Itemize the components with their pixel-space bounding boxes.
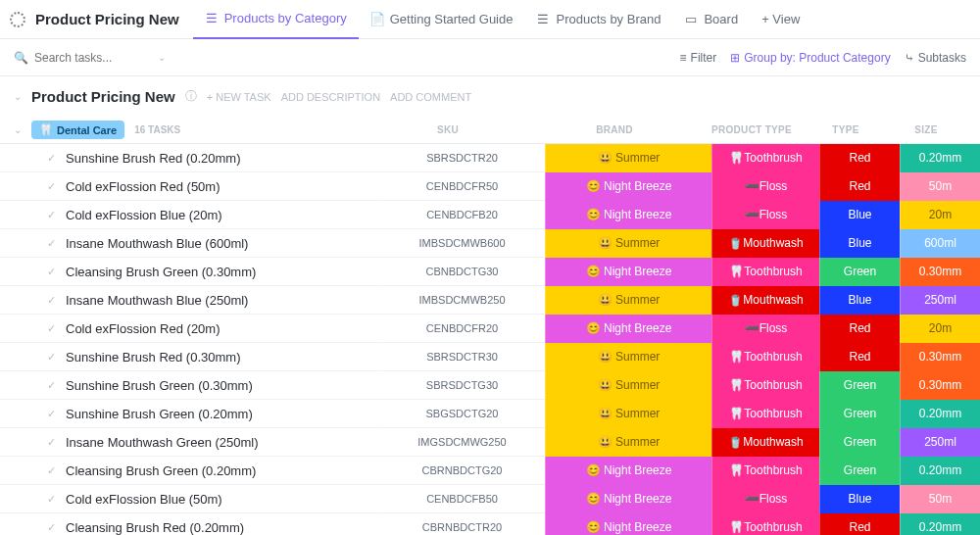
task-name[interactable]: Insane Mouthwash Green (250ml) bbox=[66, 435, 259, 450]
cell-sku[interactable]: CENBDCFR20 bbox=[378, 315, 545, 343]
cell-sku[interactable]: IMGSDCMWG250 bbox=[378, 428, 545, 457]
add-desc-button[interactable]: ADD DESCRIPTION bbox=[281, 91, 380, 103]
collapse-icon[interactable]: ⌄ bbox=[14, 91, 22, 102]
cell-brand[interactable]: 😊 Night Breeze bbox=[545, 258, 711, 286]
check-icon[interactable]: ✓ bbox=[47, 209, 56, 221]
check-icon[interactable]: ✓ bbox=[47, 152, 56, 165]
cell-product-type[interactable]: 🥤Mouthwash bbox=[711, 286, 819, 315]
cell-type[interactable]: Red bbox=[819, 513, 900, 536]
table-row[interactable]: ✓Cold exFlossion Blue (20m)CENBDCFB20😊 N… bbox=[0, 201, 980, 229]
cell-brand[interactable]: 😃 Summer bbox=[545, 144, 711, 172]
task-name[interactable]: Cleansing Brush Green (0.30mm) bbox=[66, 265, 256, 279]
cell-product-type[interactable]: 🦷Toothbrush bbox=[711, 144, 819, 172]
cell-size[interactable]: 0.30mm bbox=[900, 371, 980, 400]
cell-brand[interactable]: 😊 Night Breeze bbox=[545, 201, 711, 229]
group-chip[interactable]: 🦷 Dental Care bbox=[31, 121, 124, 139]
tab-products-by-category[interactable]: ☰Products by Category bbox=[193, 0, 359, 39]
cell-size[interactable]: 20m bbox=[900, 315, 980, 343]
cell-sku[interactable]: CBRNBDCTR20 bbox=[378, 513, 545, 536]
task-name[interactable]: Insane Mouthwash Blue (250ml) bbox=[66, 293, 248, 308]
task-name[interactable]: Sunshine Brush Green (0.30mm) bbox=[66, 378, 253, 393]
cell-product-type[interactable]: 🦷Toothbrush bbox=[711, 371, 819, 400]
check-icon[interactable]: ✓ bbox=[47, 180, 56, 193]
table-row[interactable]: ✓Cold exFlossion Blue (50m)CENBDCFB50😊 N… bbox=[0, 485, 980, 513]
task-name[interactable]: Cleansing Brush Green (0.20mm) bbox=[66, 463, 256, 478]
cell-size[interactable]: 250ml bbox=[900, 286, 980, 315]
cell-type[interactable]: Blue bbox=[819, 485, 900, 513]
cell-brand[interactable]: 😊 Night Breeze bbox=[545, 485, 711, 513]
cell-product-type[interactable]: 🦷Toothbrush bbox=[711, 258, 819, 286]
cell-brand[interactable]: 😃 Summer bbox=[545, 229, 711, 258]
cell-size[interactable]: 0.20mm bbox=[900, 513, 980, 536]
cell-sku[interactable]: SBRSDCTR20 bbox=[378, 144, 545, 172]
table-row[interactable]: ✓Cold exFlossion Red (20m)CENBDCFR20😊 Ni… bbox=[0, 315, 980, 343]
task-name[interactable]: Cold exFlossion Red (50m) bbox=[66, 179, 220, 194]
cell-sku[interactable]: CENBDCFB20 bbox=[378, 201, 545, 229]
cell-product-type[interactable]: 🥤Mouthwash bbox=[711, 229, 819, 258]
task-name[interactable]: Insane Mouthwash Blue (600ml) bbox=[66, 236, 248, 251]
tab-products-by-brand[interactable]: ☰Products by Brand bbox=[524, 0, 672, 39]
chevron-down-icon[interactable]: ⌄ bbox=[158, 52, 166, 63]
cell-type[interactable]: Green bbox=[819, 457, 900, 485]
cell-size[interactable]: 50m bbox=[900, 485, 980, 513]
cell-brand[interactable]: 😃 Summer bbox=[545, 343, 711, 371]
check-icon[interactable]: ✓ bbox=[47, 408, 56, 420]
task-name[interactable]: Sunshine Brush Red (0.30mm) bbox=[66, 350, 240, 365]
cell-brand[interactable]: 😊 Night Breeze bbox=[545, 315, 711, 343]
col-brand[interactable]: BRAND bbox=[531, 124, 698, 135]
cell-sku[interactable]: IMBSDCMWB250 bbox=[378, 286, 545, 315]
cell-size[interactable]: 250ml bbox=[900, 428, 980, 457]
group-collapse-icon[interactable]: ⌄ bbox=[14, 124, 22, 135]
task-name[interactable]: Sunshine Brush Green (0.20mm) bbox=[66, 407, 253, 421]
cell-sku[interactable]: SBGSDCTG20 bbox=[378, 400, 545, 428]
cell-size[interactable]: 0.30mm bbox=[900, 343, 980, 371]
search-input[interactable] bbox=[34, 51, 152, 65]
check-icon[interactable]: ✓ bbox=[47, 436, 56, 449]
tab-getting-started-guide[interactable]: 📄Getting Started Guide bbox=[359, 0, 525, 39]
check-icon[interactable]: ✓ bbox=[47, 521, 56, 534]
check-icon[interactable]: ✓ bbox=[47, 379, 56, 392]
check-icon[interactable]: ✓ bbox=[47, 493, 56, 506]
cell-product-type[interactable]: ➖Floss bbox=[711, 315, 819, 343]
cell-product-type[interactable]: ➖Floss bbox=[711, 201, 819, 229]
table-row[interactable]: ✓Sunshine Brush Green (0.30mm)SBRSDCTG30… bbox=[0, 371, 980, 400]
cell-product-type[interactable]: 🦷Toothbrush bbox=[711, 457, 819, 485]
check-icon[interactable]: ✓ bbox=[47, 351, 56, 364]
check-icon[interactable]: ✓ bbox=[47, 266, 56, 278]
tab--view[interactable]: + View bbox=[750, 0, 811, 39]
cell-type[interactable]: Green bbox=[819, 400, 900, 428]
check-icon[interactable]: ✓ bbox=[47, 237, 56, 250]
task-name[interactable]: Cold exFlossion Red (20m) bbox=[66, 321, 220, 336]
tab-board[interactable]: ▭Board bbox=[672, 0, 750, 39]
col-type[interactable]: TYPE bbox=[806, 124, 886, 135]
cell-product-type[interactable]: 🦷Toothbrush bbox=[711, 513, 819, 536]
table-row[interactable]: ✓Sunshine Brush Green (0.20mm)SBGSDCTG20… bbox=[0, 400, 980, 428]
cell-type[interactable]: Red bbox=[819, 172, 900, 201]
cell-type[interactable]: Blue bbox=[819, 229, 900, 258]
cell-brand[interactable]: 😊 Night Breeze bbox=[545, 513, 711, 536]
table-row[interactable]: ✓Insane Mouthwash Blue (250ml)IMBSDCMWB2… bbox=[0, 286, 980, 315]
cell-type[interactable]: Green bbox=[819, 258, 900, 286]
task-name[interactable]: Sunshine Brush Red (0.20mm) bbox=[66, 151, 240, 166]
cell-sku[interactable]: CBNBDCTG30 bbox=[378, 258, 545, 286]
table-row[interactable]: ✓Cleansing Brush Red (0.20mm)CBRNBDCTR20… bbox=[0, 513, 980, 535]
cell-size[interactable]: 0.30mm bbox=[900, 258, 980, 286]
table-row[interactable]: ✓Cleansing Brush Green (0.30mm)CBNBDCTG3… bbox=[0, 258, 980, 286]
cell-size[interactable]: 20m bbox=[900, 201, 980, 229]
cell-sku[interactable]: CENBDCFB50 bbox=[378, 485, 545, 513]
cell-product-type[interactable]: ➖Floss bbox=[711, 485, 819, 513]
col-sku[interactable]: SKU bbox=[365, 124, 531, 135]
cell-brand[interactable]: 😃 Summer bbox=[545, 428, 711, 457]
table-row[interactable]: ✓Cold exFlossion Red (50m)CENBDCFR50😊 Ni… bbox=[0, 172, 980, 201]
groupby-button[interactable]: ⊞Group by: Product Category bbox=[730, 51, 890, 65]
cell-size[interactable]: 0.20mm bbox=[900, 144, 980, 172]
new-task-button[interactable]: + NEW TASK bbox=[207, 91, 271, 103]
cell-sku[interactable]: CBRNBDCTG20 bbox=[378, 457, 545, 485]
col-ptype[interactable]: PRODUCT TYPE bbox=[698, 124, 806, 135]
table-row[interactable]: ✓Sunshine Brush Red (0.30mm)SBRSDCTR30😃 … bbox=[0, 343, 980, 371]
cell-brand[interactable]: 😊 Night Breeze bbox=[545, 172, 711, 201]
check-icon[interactable]: ✓ bbox=[47, 464, 56, 477]
cell-type[interactable]: Red bbox=[819, 343, 900, 371]
cell-brand[interactable]: 😃 Summer bbox=[545, 286, 711, 315]
cell-brand[interactable]: 😃 Summer bbox=[545, 371, 711, 400]
